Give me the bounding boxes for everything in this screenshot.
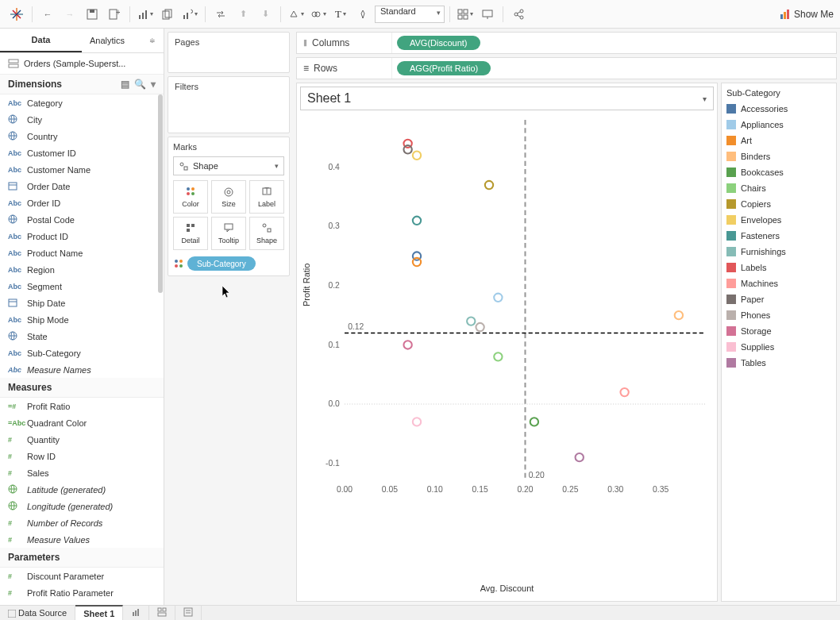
menu-icon[interactable]: ▾	[151, 79, 156, 90]
show-me-button[interactable]: Show Me	[780, 9, 834, 20]
legend-item-art[interactable]: Art	[726, 133, 831, 148]
highlight-icon[interactable]	[286, 4, 306, 25]
share-icon[interactable]	[508, 4, 529, 25]
group-icon[interactable]	[308, 4, 329, 25]
field-profit-ratio-parameter[interactable]: #Profit Ratio Parameter	[0, 584, 164, 601]
tableau-logo-icon[interactable]	[6, 4, 27, 25]
scatter-plot[interactable]: -0.10.00.10.20.30.40.000.050.100.150.200…	[345, 120, 706, 481]
legend-item-phones[interactable]: Phones	[726, 307, 831, 323]
dashboard-icon[interactable]	[455, 4, 476, 25]
field-postal-code[interactable]: Postal Code	[0, 211, 164, 228]
field-product-id[interactable]: AbcProduct ID	[0, 228, 164, 245]
profit-ratio-pill[interactable]: AGG(Profit Ratio)	[397, 61, 491, 75]
field-city[interactable]: City	[0, 111, 164, 128]
field-latitude-generated-[interactable]: Latitude (generated)	[0, 481, 164, 498]
new-worksheet-icon[interactable]	[135, 4, 156, 25]
legend-item-binders[interactable]: Binders	[726, 148, 831, 164]
columns-shelf[interactable]: ⦀Columns AVG(Discount)	[296, 32, 837, 54]
point-binders[interactable]	[675, 311, 683, 319]
data-connection[interactable]: Orders (Sample-Superst...	[0, 53, 164, 75]
point-furnishings[interactable]	[467, 317, 475, 325]
sort-desc-icon[interactable]: ⬇	[255, 4, 276, 25]
legend-item-envelopes[interactable]: Envelopes	[726, 212, 831, 228]
sort-asc-icon[interactable]: ⬆	[233, 4, 253, 25]
field-row-id[interactable]: #Row ID	[0, 448, 164, 464]
field-customer-name[interactable]: AbcCustomer Name	[0, 161, 164, 178]
legend-item-supplies[interactable]: Supplies	[726, 339, 831, 355]
field-region[interactable]: AbcRegion	[0, 261, 164, 278]
color-legend[interactable]: Sub-Category AccessoriesAppliancesArtBin…	[721, 83, 837, 602]
presentation-icon[interactable]	[477, 4, 498, 25]
new-dashboard-tab[interactable]	[149, 605, 175, 620]
field-measure-values[interactable]: #Measure Values	[0, 531, 164, 548]
point-supplies[interactable]	[413, 418, 421, 426]
clear-sheet-icon[interactable]: ✕	[179, 4, 200, 25]
mark-size-button[interactable]: Size	[211, 180, 246, 214]
legend-item-chairs[interactable]: Chairs	[726, 180, 831, 196]
legend-item-machines[interactable]: Machines	[726, 275, 831, 291]
field-measure-names[interactable]: AbcMeasure Names	[0, 361, 164, 378]
mark-label-button[interactable]: TLabel	[249, 180, 284, 214]
duplicate-sheet-icon[interactable]	[157, 4, 178, 25]
field-sub-category[interactable]: AbcSub-Category	[0, 345, 164, 361]
field-ship-date[interactable]: Ship Date	[0, 295, 164, 311]
legend-item-accessories[interactable]: Accessories	[726, 101, 831, 117]
field-order-id[interactable]: AbcOrder ID	[0, 194, 164, 211]
point-machines[interactable]	[620, 388, 628, 396]
legend-item-copiers[interactable]: Copiers	[726, 196, 831, 212]
scrollbar[interactable]	[157, 94, 164, 378]
back-icon[interactable]: ←	[37, 4, 58, 25]
pin-icon[interactable]	[353, 4, 373, 25]
mark-tooltip-button[interactable]: Tooltip	[211, 217, 246, 250]
filters-shelf[interactable]: Filters	[168, 76, 290, 133]
legend-item-paper[interactable]: Paper	[726, 291, 831, 307]
point-tables[interactable]	[576, 453, 584, 461]
point-copiers[interactable]	[485, 181, 493, 189]
avg-discount-pill[interactable]: AVG(Discount)	[397, 36, 480, 50]
sub-category-pill[interactable]: Sub-Category	[187, 256, 256, 271]
field-ship-mode[interactable]: AbcShip Mode	[0, 311, 164, 328]
mark-type-selector[interactable]: Shape	[173, 156, 284, 175]
fit-selector[interactable]: Standard	[375, 6, 445, 23]
field-discount-parameter[interactable]: #Discount Parameter	[0, 568, 164, 584]
text-icon[interactable]: T	[330, 4, 351, 25]
sheet1-tab[interactable]: Sheet 1	[75, 605, 123, 620]
legend-item-appliances[interactable]: Appliances	[726, 117, 831, 133]
pages-shelf[interactable]: Pages	[168, 32, 290, 73]
legend-item-furnishings[interactable]: Furnishings	[726, 244, 831, 260]
field-sales[interactable]: #Sales	[0, 464, 164, 481]
field-order-date[interactable]: Order Date	[0, 178, 164, 194]
new-data-icon[interactable]: +	[104, 4, 125, 25]
swap-icon[interactable]	[210, 4, 231, 25]
legend-item-storage[interactable]: Storage	[726, 323, 831, 339]
view-list-icon[interactable]: ▤	[121, 79, 129, 90]
point-appliances[interactable]	[494, 294, 502, 302]
field-segment[interactable]: AbcSegment	[0, 278, 164, 295]
field-quantity[interactable]: #Quantity	[0, 431, 164, 448]
point-bookcases[interactable]	[530, 418, 538, 426]
point-chairs[interactable]	[494, 352, 502, 360]
save-icon[interactable]	[82, 4, 102, 25]
search-icon[interactable]: 🔍	[134, 79, 146, 90]
legend-item-tables[interactable]: Tables	[726, 355, 831, 371]
rows-shelf[interactable]: ≡Rows AGG(Profit Ratio)	[296, 57, 837, 79]
field-profit-ratio[interactable]: =#Profit Ratio	[0, 398, 164, 414]
mark-detail-button[interactable]: Detail	[173, 217, 208, 250]
analytics-tab[interactable]: Analytics≑	[82, 29, 164, 52]
field-quadrant-color[interactable]: =AbcQuadrant Color	[0, 414, 164, 431]
mark-color-button[interactable]: Color	[173, 180, 208, 214]
field-longitude-generated-[interactable]: Longitude (generated)	[0, 498, 164, 514]
new-worksheet-tab[interactable]	[123, 605, 149, 620]
field-product-name[interactable]: AbcProduct Name	[0, 245, 164, 261]
field-state[interactable]: State	[0, 328, 164, 345]
legend-item-labels[interactable]: Labels	[726, 260, 831, 275]
sheet-title[interactable]: Sheet 1	[300, 87, 714, 110]
forward-icon[interactable]: →	[60, 4, 80, 25]
field-customer-id[interactable]: AbcCustomer ID	[0, 144, 164, 161]
legend-item-bookcases[interactable]: Bookcases	[726, 164, 831, 180]
data-tab[interactable]: Data	[0, 29, 82, 52]
field-country[interactable]: Country	[0, 128, 164, 144]
field-category[interactable]: AbcCategory	[0, 94, 164, 111]
point-phones[interactable]	[476, 323, 484, 331]
legend-item-fasteners[interactable]: Fasteners	[726, 228, 831, 244]
